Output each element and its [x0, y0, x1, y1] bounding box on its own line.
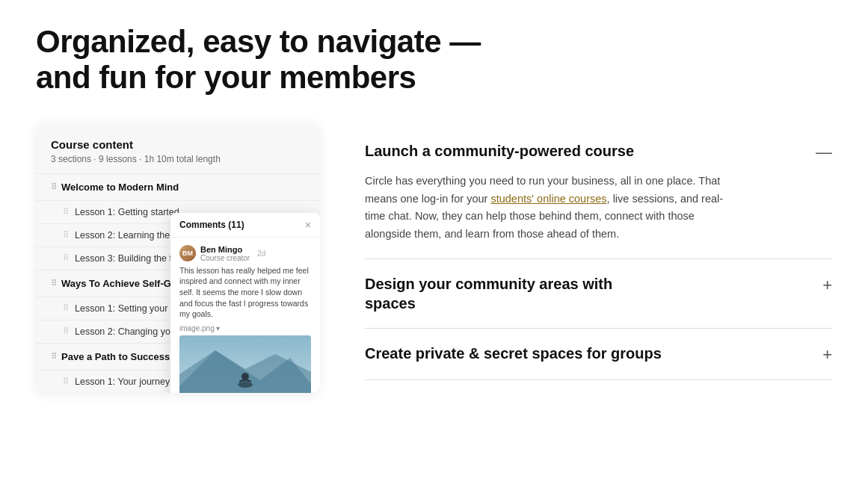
drag-icon: ⠿: [63, 376, 69, 386]
section-label-1[interactable]: ⠿ Welcome to Modern Mind: [51, 182, 305, 193]
comment-author-row: BM Ben Mingo Course creator 2d: [179, 245, 311, 262]
accordion-title-1: Launch a community-powered course: [365, 141, 634, 161]
course-content-header: Course content 3 sections · 9 lessons · …: [36, 138, 320, 173]
svg-point-3: [238, 382, 253, 388]
main-content: Course content 3 sections · 9 lessons · …: [36, 123, 832, 393]
accordion-title-2: Design your community areas with spaces: [365, 274, 664, 313]
drag-icon: ⠿: [63, 326, 69, 336]
drag-icon: ⠿: [51, 279, 57, 288]
svg-point-4: [241, 373, 249, 380]
drag-icon: ⠿: [51, 352, 57, 362]
left-panel: Course content 3 sections · 9 lessons · …: [36, 123, 320, 393]
drag-icon: ⠿: [63, 303, 69, 313]
drag-icon: ⠿: [63, 253, 69, 263]
comments-overlay: Comments (11) × BM Ben Mingo Course crea…: [170, 213, 320, 393]
accordion-item-2: Design your community areas with spaces …: [365, 259, 832, 329]
image-label: image.png ▾: [179, 324, 311, 332]
drag-icon: ⠿: [63, 207, 69, 217]
comment-entry-1: BM Ben Mingo Course creator 2d This less…: [170, 238, 320, 393]
drag-icon: ⠿: [63, 230, 69, 240]
comments-title: Comments (11): [179, 220, 244, 230]
accordion-header-3[interactable]: Create private & secret spaces for group…: [365, 344, 832, 365]
section-1: ⠿ Welcome to Modern Mind: [36, 173, 320, 200]
accordion-header-1[interactable]: Launch a community-powered course —: [365, 141, 832, 162]
accordion-title-3: Create private & secret spaces for group…: [365, 344, 662, 363]
accordion-collapse-icon[interactable]: —: [816, 143, 832, 162]
page-wrapper: Organized, easy to navigate — and fun fo…: [0, 0, 868, 393]
avatar: BM: [179, 245, 196, 261]
right-panel: Launch a community-powered course — Circ…: [365, 123, 832, 381]
accordion-expand-icon-2[interactable]: +: [822, 345, 832, 365]
accordion-expand-icon[interactable]: +: [822, 276, 832, 295]
comments-header: Comments (11) ×: [170, 213, 320, 238]
accordion-item-1: Launch a community-powered course — Circ…: [365, 126, 832, 260]
author-info: Ben Mingo Course creator: [200, 245, 250, 262]
close-button[interactable]: ×: [305, 219, 311, 231]
course-content-title: Course content: [51, 138, 305, 151]
accordion-item-3: Create private & secret spaces for group…: [365, 329, 832, 380]
drag-icon: ⠿: [51, 182, 57, 192]
students-courses-link[interactable]: students' online courses: [490, 193, 606, 205]
accordion-header-2[interactable]: Design your community areas with spaces …: [365, 274, 832, 313]
comment-image: [179, 335, 311, 393]
course-meta: 3 sections · 9 lessons · 1h 10m total le…: [51, 154, 305, 164]
hero-title: Organized, easy to navigate — and fun fo…: [36, 24, 514, 96]
accordion-body-1: Circle has everything you need to run yo…: [365, 173, 731, 244]
